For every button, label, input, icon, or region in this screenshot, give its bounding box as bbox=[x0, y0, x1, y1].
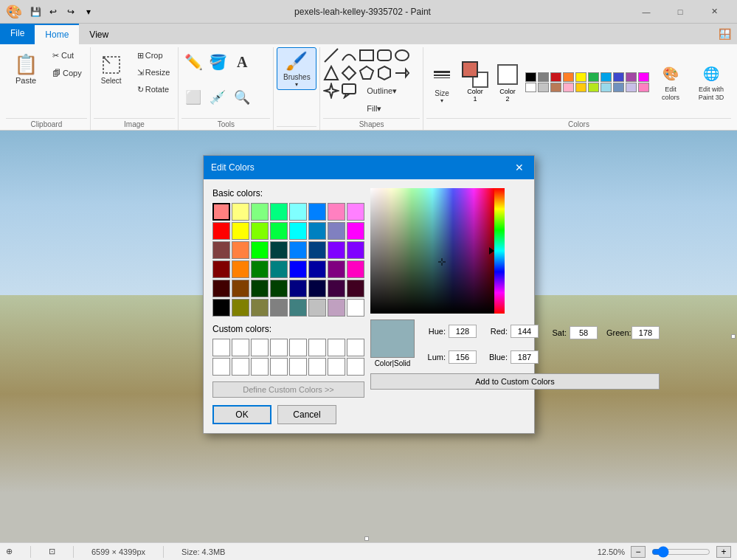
palette-swatch[interactable] bbox=[525, 72, 536, 82]
basic-color-swatch[interactable] bbox=[251, 241, 269, 259]
palette-swatch[interactable] bbox=[638, 83, 649, 92]
custom-swatch[interactable] bbox=[289, 339, 307, 356]
size-btn[interactable]: Size ▾ bbox=[426, 58, 457, 106]
basic-color-swatch[interactable] bbox=[232, 260, 249, 278]
basic-color-swatch[interactable] bbox=[232, 299, 249, 317]
define-custom-colors-btn[interactable]: Define Custom Colors >> bbox=[212, 381, 364, 398]
palette-swatch[interactable] bbox=[626, 83, 637, 92]
close-btn[interactable]: ✕ bbox=[697, 0, 731, 24]
palette-swatch[interactable] bbox=[613, 83, 624, 92]
resize-btn[interactable]: ⇲ Resize bbox=[132, 64, 176, 80]
palette-swatch[interactable] bbox=[588, 72, 599, 82]
basic-color-swatch[interactable] bbox=[232, 203, 249, 221]
diamond-shape[interactable] bbox=[341, 65, 357, 81]
tab-file[interactable]: File bbox=[0, 24, 35, 44]
basic-color-swatch[interactable] bbox=[251, 222, 269, 240]
basic-color-swatch[interactable] bbox=[270, 203, 288, 221]
curve-shape[interactable] bbox=[341, 47, 357, 63]
line-shape[interactable] bbox=[323, 47, 339, 63]
hue-slider[interactable] bbox=[494, 188, 505, 314]
custom-swatch[interactable] bbox=[347, 339, 364, 356]
custom-swatch[interactable] bbox=[251, 339, 269, 356]
basic-color-swatch[interactable] bbox=[270, 241, 288, 259]
basic-color-swatch[interactable] bbox=[232, 222, 249, 240]
basic-color-swatch[interactable] bbox=[212, 203, 230, 221]
redo-quick-btn[interactable]: ↪ bbox=[63, 4, 78, 19]
crop-btn[interactable]: ⊞ Crop bbox=[132, 47, 176, 63]
save-quick-btn[interactable]: 💾 bbox=[28, 4, 43, 19]
basic-color-swatch[interactable] bbox=[289, 299, 307, 317]
rect-shape[interactable] bbox=[359, 47, 375, 63]
basic-color-swatch[interactable] bbox=[212, 260, 230, 278]
roundrect-shape[interactable] bbox=[376, 47, 392, 63]
palette-swatch[interactable] bbox=[626, 72, 637, 82]
basic-color-swatch[interactable] bbox=[308, 280, 326, 297]
zoom-out-btn[interactable]: − bbox=[631, 546, 646, 558]
ok-btn[interactable]: OK bbox=[212, 405, 271, 424]
basic-color-swatch[interactable] bbox=[232, 280, 249, 297]
basic-color-swatch[interactable] bbox=[251, 260, 269, 278]
tab-view[interactable]: View bbox=[79, 24, 119, 44]
palette-swatch[interactable] bbox=[525, 83, 536, 92]
basic-color-swatch[interactable] bbox=[270, 260, 288, 278]
basic-color-swatch[interactable] bbox=[251, 203, 269, 221]
rotate-btn[interactable]: ↻ Rotate bbox=[132, 81, 176, 97]
basic-color-swatch[interactable] bbox=[289, 222, 307, 240]
basic-color-swatch[interactable] bbox=[289, 280, 307, 297]
basic-color-swatch[interactable] bbox=[347, 222, 364, 240]
basic-color-swatch[interactable] bbox=[270, 222, 288, 240]
hue-input[interactable] bbox=[449, 325, 477, 338]
palette-swatch[interactable] bbox=[638, 72, 649, 82]
callout-shape[interactable] bbox=[341, 83, 357, 99]
basic-color-swatch[interactable] bbox=[289, 241, 307, 259]
eyedropper-btn[interactable]: 💉 bbox=[206, 83, 229, 112]
basic-color-swatch[interactable] bbox=[212, 299, 230, 317]
fill-shapes-btn[interactable]: Fill ▾ bbox=[361, 100, 402, 117]
basic-color-swatch[interactable] bbox=[212, 280, 230, 297]
edit-colors-btn[interactable]: 🎨 Editcolors bbox=[653, 60, 688, 104]
text-btn[interactable]: A bbox=[230, 47, 254, 77]
custom-swatch[interactable] bbox=[308, 339, 326, 356]
maximize-btn[interactable]: □ bbox=[663, 0, 697, 24]
triangle-shape[interactable] bbox=[323, 65, 339, 81]
select-btn[interactable]: Select bbox=[94, 47, 129, 90]
tab-home[interactable]: Home bbox=[35, 24, 79, 44]
palette-swatch[interactable] bbox=[550, 72, 561, 82]
basic-color-swatch[interactable] bbox=[251, 280, 269, 297]
basic-color-swatch[interactable] bbox=[308, 222, 326, 240]
basic-color-swatch[interactable] bbox=[347, 299, 364, 317]
ribbon-help-icon[interactable]: 🪟 bbox=[719, 28, 731, 40]
hexagon-shape[interactable] bbox=[376, 65, 392, 81]
basic-color-swatch[interactable] bbox=[347, 241, 364, 259]
pencil-btn[interactable]: ✏️ bbox=[181, 47, 205, 77]
custom-swatch[interactable] bbox=[212, 358, 230, 376]
undo-quick-btn[interactable]: ↩ bbox=[46, 4, 60, 19]
palette-swatch[interactable] bbox=[563, 83, 574, 92]
basic-color-swatch[interactable] bbox=[328, 222, 345, 240]
dialog-close-btn[interactable]: ✕ bbox=[512, 160, 527, 175]
pentagon-shape[interactable] bbox=[359, 65, 375, 81]
palette-swatch[interactable] bbox=[601, 83, 612, 92]
basic-color-swatch[interactable] bbox=[328, 299, 345, 317]
magnify-btn[interactable]: 🔍 bbox=[230, 83, 254, 112]
basic-color-swatch[interactable] bbox=[347, 280, 364, 297]
palette-swatch[interactable] bbox=[601, 72, 612, 82]
custom-swatch[interactable] bbox=[251, 358, 269, 376]
basic-color-swatch[interactable] bbox=[328, 203, 345, 221]
lum-input[interactable] bbox=[449, 350, 477, 364]
copy-btn[interactable]: 🗐 Copy bbox=[47, 65, 87, 81]
star4-shape[interactable] bbox=[323, 83, 339, 99]
brushes-btn[interactable]: 🖌️ Brushes ▾ bbox=[277, 47, 316, 90]
basic-color-swatch[interactable] bbox=[232, 241, 249, 259]
custom-swatch[interactable] bbox=[270, 358, 288, 376]
basic-color-swatch[interactable] bbox=[289, 260, 307, 278]
paste-btn[interactable]: 📋 Paste bbox=[6, 47, 46, 90]
custom-swatch[interactable] bbox=[232, 358, 249, 376]
custom-swatch[interactable] bbox=[328, 358, 345, 376]
cut-btn[interactable]: ✂ Cut bbox=[47, 47, 87, 63]
custom-swatch[interactable] bbox=[212, 339, 230, 356]
palette-swatch[interactable] bbox=[563, 72, 574, 82]
basic-color-swatch[interactable] bbox=[270, 299, 288, 317]
palette-swatch[interactable] bbox=[575, 83, 587, 92]
cancel-btn[interactable]: Cancel bbox=[277, 405, 336, 424]
